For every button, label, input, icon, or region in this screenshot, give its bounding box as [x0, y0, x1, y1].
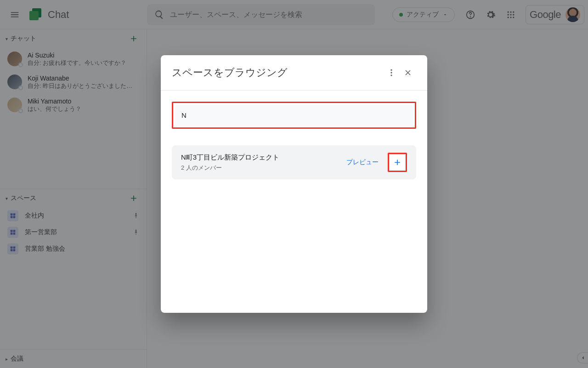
preview-link[interactable]: プレビュー	[346, 158, 379, 167]
result-name: N町3丁目ビル新築プロジェクト	[181, 153, 339, 162]
highlight-search-field	[172, 102, 416, 129]
close-icon	[403, 68, 413, 77]
space-search-input[interactable]	[175, 105, 413, 126]
highlight-join-button	[388, 153, 407, 172]
dialog-title: スペースをブラウジング	[172, 66, 383, 80]
dialog-more-button[interactable]	[383, 64, 400, 81]
result-members: 2 人のメンバー	[181, 164, 339, 172]
join-space-button[interactable]	[390, 155, 405, 170]
svg-point-24	[390, 72, 392, 73]
dialog-header: スペースをブラウジング	[161, 55, 427, 91]
dialog-body: N町3丁目ビル新築プロジェクト 2 人のメンバー プレビュー	[161, 91, 427, 190]
space-result-item[interactable]: N町3丁目ビル新築プロジェクト 2 人のメンバー プレビュー	[172, 145, 416, 179]
svg-point-23	[390, 69, 392, 71]
modal-scrim[interactable]: スペースをブラウジング N町3丁目ビル新築プロジェクト 2 人のメンバー プレビ…	[0, 0, 588, 368]
browse-spaces-dialog: スペースをブラウジング N町3丁目ビル新築プロジェクト 2 人のメンバー プレビ…	[161, 55, 427, 313]
dialog-close-button[interactable]	[400, 64, 416, 81]
more-vert-icon	[387, 68, 396, 77]
svg-point-25	[390, 75, 392, 76]
result-info: N町3丁目ビル新築プロジェクト 2 人のメンバー	[181, 153, 339, 172]
plus-icon	[393, 158, 402, 167]
